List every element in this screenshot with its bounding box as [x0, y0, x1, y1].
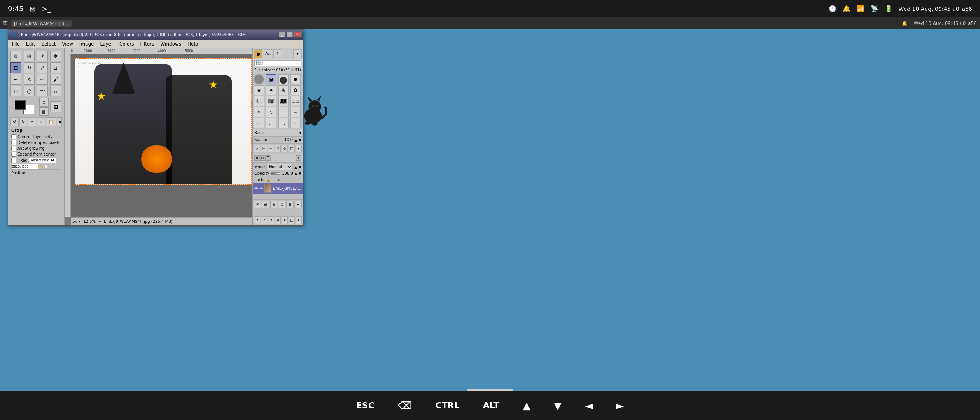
brush-item-5[interactable]: ★ [254, 85, 264, 95]
brush-item-6[interactable]: ✦ [266, 85, 276, 95]
menu-file[interactable]: File [10, 40, 22, 47]
panel-menu-icon[interactable]: ▾ [293, 49, 302, 58]
cancel-button[interactable]: ✕ [28, 117, 36, 126]
bottom-icon-b6[interactable]: □ [289, 216, 295, 224]
menu-edit[interactable]: Edit [24, 40, 37, 47]
brush-item-14[interactable]: ∿ [266, 107, 276, 117]
separator-icon-1[interactable]: ≡ [254, 155, 260, 161]
brush-item-17[interactable]: ⋯ [254, 118, 264, 128]
bottom-icon-eye[interactable]: 👁 [254, 201, 261, 208]
bottom-expand-2[interactable]: ▾ [296, 216, 302, 224]
tool-align[interactable]: ⊞ [24, 51, 35, 61]
confirm-button[interactable]: ✓ [37, 117, 45, 126]
bottom-icon-b2[interactable]: ↙ [261, 216, 267, 224]
tool-path[interactable]: ✒ [10, 74, 21, 85]
bottom-icon-merge[interactable]: ⊕ [278, 201, 285, 208]
brush-item-15[interactable]: 〰 [278, 107, 289, 117]
layer-item[interactable]: 👁 ✏ EmLxj8rWEA... [253, 183, 303, 194]
tool-fuzzy[interactable]: ✲ [50, 51, 61, 61]
mode-arrow2[interactable]: ▼ [299, 165, 301, 169]
dynamic-icon-4[interactable]: ✕ [275, 145, 281, 152]
bottom-icon-delete[interactable]: 🗑 [286, 201, 294, 208]
tool-zoom[interactable]: ⌕ [50, 86, 61, 96]
gimp-close-button[interactable]: ✕ [294, 32, 301, 37]
separator-expand[interactable]: ▾ [296, 155, 301, 161]
bottom-icon-chain[interactable]: ⛓ [262, 201, 270, 208]
brush-tags-dropdown[interactable]: ▾ [299, 131, 301, 135]
mode-select[interactable]: Normal Multiply Screen [266, 164, 293, 170]
opacity-down[interactable]: ▼ [299, 172, 301, 175]
layer-visibility-icon[interactable]: 👁 [254, 186, 258, 191]
delete-cropped-checkbox[interactable] [11, 140, 16, 145]
separator-icon-2[interactable]: ⊟ [260, 155, 265, 161]
menu-view[interactable]: View [60, 40, 75, 47]
undo-button[interactable]: ↺ [10, 117, 19, 126]
history-icon[interactable]: 📋 [46, 117, 56, 126]
brush-filter-input[interactable] [254, 60, 301, 66]
tool-move[interactable]: ✥ [10, 51, 21, 61]
menu-image[interactable]: Image [77, 40, 96, 47]
tool-eraser[interactable]: ◻ [10, 86, 21, 96]
tool-shear[interactable]: ⊿ [50, 62, 61, 73]
opacity-up[interactable]: ▲ [294, 172, 297, 175]
tool-paint[interactable]: 🖌 [50, 74, 61, 85]
tool-dodge[interactable]: ○ [24, 86, 35, 96]
current-layer-only-checkbox[interactable] [11, 134, 16, 139]
bottom-icon-b4[interactable]: ⊕ [275, 216, 281, 224]
aspect-ratio-select[interactable]: Aspect ratio [29, 158, 56, 163]
bottom-icon-anchor[interactable]: ⚓ [270, 201, 278, 208]
tool-pencil[interactable]: ✏ [37, 74, 48, 85]
brush-item-13[interactable]: ≋ [254, 107, 264, 117]
foreground-color[interactable] [15, 100, 26, 110]
brush-item-18[interactable]: ⋰ [266, 118, 276, 128]
spacing-up-icon[interactable]: ▲ [294, 138, 297, 142]
gimp-maximize-button[interactable]: □ [287, 32, 293, 37]
tool-free-select[interactable]: ⌖ [37, 51, 48, 61]
canvas-area[interactable]: 0 1000 2000 3000 4000 5000 POSTED BY DER… [65, 48, 252, 225]
lock-position-icon[interactable]: ⊕ [277, 178, 280, 182]
bottom-icon-b5[interactable]: ✕ [282, 216, 288, 224]
expand-center-checkbox[interactable] [11, 152, 16, 157]
canvas-content[interactable]: POSTED BY DERLIN... ★ ★ [71, 54, 252, 217]
text-panel-icon[interactable]: Aa [264, 49, 272, 58]
dynamic-icon-1[interactable]: ↗ [254, 145, 260, 152]
settings-icon[interactable]: ◀ [57, 117, 62, 126]
brush-panel-icon[interactable]: ● [254, 49, 262, 58]
tool-preview[interactable]: 🖼 [50, 102, 61, 112]
spacing-down-icon[interactable]: ▼ [299, 138, 301, 142]
foreground-background-colors[interactable] [15, 100, 34, 114]
tool-crop[interactable]: ⊡ [10, 62, 21, 73]
bottom-icon-b3[interactable]: ↺ [268, 216, 274, 224]
tool-scale[interactable]: ⤢ [37, 62, 48, 73]
tool-extra2[interactable]: ▦ [39, 107, 49, 116]
brush-item-4[interactable]: ⚫ [290, 74, 301, 84]
allow-growing-checkbox[interactable] [11, 146, 16, 151]
bottom-expand[interactable]: ▾ [294, 201, 302, 208]
tool-extra1[interactable]: ⊙ [39, 98, 49, 107]
brush-item-7[interactable]: ❋ [278, 85, 289, 95]
dynamic-icon-5[interactable]: ⊕ [282, 145, 288, 152]
menu-help[interactable]: Help [185, 40, 200, 47]
size-input[interactable] [11, 164, 38, 169]
fixed-checkbox[interactable] [11, 158, 16, 163]
unit-select[interactable]: px ▾ [72, 219, 80, 224]
menu-windows[interactable]: Windows [158, 40, 184, 47]
dynamic-icon-2[interactable]: ⊢ [261, 145, 267, 152]
brush-item-10[interactable]: ▒▒ [266, 96, 276, 106]
redo-button[interactable]: ↻ [19, 117, 28, 126]
brush-item-1[interactable]: ● [254, 74, 264, 84]
taskbar-app-item[interactable]: [EmLxj8rWEAAMS4H] (i... [11, 20, 72, 27]
dynamics-expand-icon[interactable]: ▾ [296, 145, 302, 152]
bottom-icon-b1[interactable]: ↗ [254, 216, 260, 224]
mode-arrow1[interactable]: ▲ [294, 165, 297, 169]
brush-item-3[interactable]: ⬤ [278, 74, 289, 84]
dynamic-icon-3[interactable]: ⊣ [268, 145, 274, 152]
brush-item-2[interactable]: ◉ [266, 74, 276, 84]
tool-text[interactable]: A [24, 74, 35, 85]
menu-colors[interactable]: Colors [117, 40, 136, 47]
zoom-dropdown[interactable]: ▾ [99, 219, 101, 224]
brush-item-9[interactable]: ░░ [254, 96, 264, 106]
menu-layer[interactable]: Layer [98, 40, 115, 47]
separator-icon-3[interactable]: ☰ [265, 155, 271, 161]
layer-edit-icon[interactable]: ✏ [260, 186, 263, 191]
